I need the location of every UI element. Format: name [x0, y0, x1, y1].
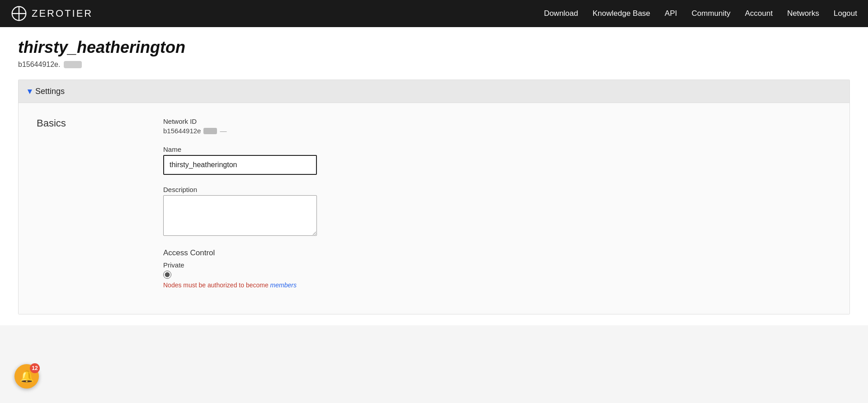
- description-label: Description: [163, 186, 831, 193]
- access-control-group: Access Control Private Nodes must be aut…: [163, 248, 831, 289]
- settings-left-panel: Basics: [37, 117, 145, 300]
- settings-header[interactable]: ▾ Settings: [19, 80, 849, 103]
- private-radio[interactable]: [163, 271, 171, 279]
- page-content: thirsty_heatherington b15644912e. ▾ Sett…: [0, 27, 868, 325]
- description-input[interactable]: [163, 195, 317, 236]
- networks-link[interactable]: Networks: [787, 9, 819, 18]
- network-id-header: b15644912e.: [18, 61, 850, 69]
- private-label: Private: [163, 261, 831, 269]
- name-input[interactable]: [163, 155, 317, 175]
- network-id-value: b15644912e —: [163, 127, 831, 135]
- nav-links: Download Knowledge Base API Community Ac…: [544, 9, 857, 18]
- logo[interactable]: ZEROTIER: [11, 5, 93, 22]
- logo-text: ZEROTIER: [32, 8, 93, 19]
- network-id-redacted-sm: [203, 128, 217, 134]
- settings-right-panel: Network ID b15644912e — Name Description: [145, 117, 831, 300]
- description-field-group: Description: [163, 186, 831, 238]
- settings-body: Basics Network ID b15644912e — Name: [19, 103, 849, 314]
- network-title: thirsty_heatherington: [18, 38, 850, 57]
- settings-chevron-icon: ▾: [28, 86, 32, 96]
- private-radio-group: [163, 271, 831, 279]
- network-id-dash: —: [220, 127, 226, 135]
- members-link-text: members: [270, 281, 297, 289]
- private-radio-note: Nodes must be authorized to become membe…: [163, 281, 831, 289]
- radio-note-prefix: Nodes must be authorized to become: [163, 281, 270, 289]
- api-link[interactable]: API: [665, 9, 677, 18]
- community-link[interactable]: Community: [692, 9, 731, 18]
- account-link[interactable]: Account: [745, 9, 773, 18]
- name-field-group: Name: [163, 145, 831, 175]
- basics-section-label: Basics: [37, 117, 66, 129]
- logout-link[interactable]: Logout: [834, 9, 857, 18]
- zerotier-logo-icon: [11, 5, 27, 22]
- network-id-prefix: b15644912e.: [18, 61, 60, 69]
- settings-header-label: Settings: [35, 87, 65, 96]
- network-id-redacted: [64, 61, 82, 68]
- network-id-field-group: Network ID b15644912e —: [163, 117, 831, 135]
- knowledge-base-link[interactable]: Knowledge Base: [593, 9, 651, 18]
- network-id-value-text: b15644912e: [163, 127, 201, 135]
- network-id-label: Network ID: [163, 117, 831, 125]
- members-link[interactable]: members: [270, 281, 297, 289]
- navbar: ZEROTIER Download Knowledge Base API Com…: [0, 0, 868, 27]
- name-label: Name: [163, 145, 831, 153]
- settings-section: ▾ Settings Basics Network ID b15644912e …: [18, 80, 850, 314]
- download-link[interactable]: Download: [544, 9, 578, 18]
- notification-badge: 12: [30, 363, 40, 373]
- access-control-label: Access Control: [163, 248, 831, 258]
- notification-bell[interactable]: 🔔 12: [14, 364, 39, 389]
